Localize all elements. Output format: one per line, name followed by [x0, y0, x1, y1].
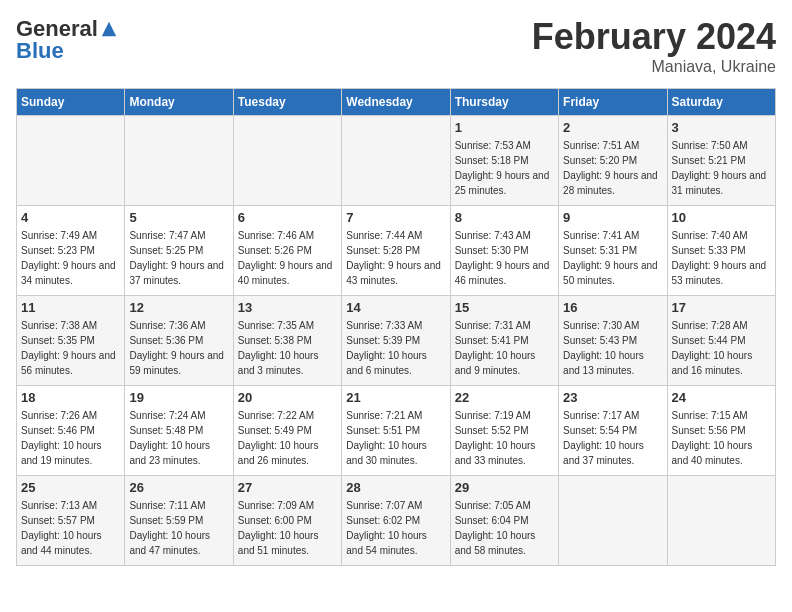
weekday-header-thursday: Thursday	[450, 89, 558, 116]
day-info: Sunrise: 7:38 AM Sunset: 5:35 PM Dayligh…	[21, 318, 120, 378]
day-number: 7	[346, 210, 445, 225]
weekday-header-sunday: Sunday	[17, 89, 125, 116]
calendar-cell: 6Sunrise: 7:46 AM Sunset: 5:26 PM Daylig…	[233, 206, 341, 296]
day-info: Sunrise: 7:09 AM Sunset: 6:00 PM Dayligh…	[238, 498, 337, 558]
calendar-week-2: 4Sunrise: 7:49 AM Sunset: 5:23 PM Daylig…	[17, 206, 776, 296]
logo: General Blue	[16, 16, 118, 64]
day-info: Sunrise: 7:05 AM Sunset: 6:04 PM Dayligh…	[455, 498, 554, 558]
calendar-week-4: 18Sunrise: 7:26 AM Sunset: 5:46 PM Dayli…	[17, 386, 776, 476]
calendar-cell	[342, 116, 450, 206]
day-info: Sunrise: 7:07 AM Sunset: 6:02 PM Dayligh…	[346, 498, 445, 558]
location-subtitle: Maniava, Ukraine	[532, 58, 776, 76]
calendar-cell: 17Sunrise: 7:28 AM Sunset: 5:44 PM Dayli…	[667, 296, 775, 386]
day-number: 20	[238, 390, 337, 405]
day-number: 24	[672, 390, 771, 405]
calendar-cell	[667, 476, 775, 566]
calendar-cell: 12Sunrise: 7:36 AM Sunset: 5:36 PM Dayli…	[125, 296, 233, 386]
calendar-cell: 1Sunrise: 7:53 AM Sunset: 5:18 PM Daylig…	[450, 116, 558, 206]
calendar-cell: 9Sunrise: 7:41 AM Sunset: 5:31 PM Daylig…	[559, 206, 667, 296]
day-number: 21	[346, 390, 445, 405]
day-number: 8	[455, 210, 554, 225]
day-number: 10	[672, 210, 771, 225]
day-info: Sunrise: 7:53 AM Sunset: 5:18 PM Dayligh…	[455, 138, 554, 198]
day-info: Sunrise: 7:33 AM Sunset: 5:39 PM Dayligh…	[346, 318, 445, 378]
header: General Blue February 2024 Maniava, Ukra…	[16, 16, 776, 76]
day-number: 11	[21, 300, 120, 315]
weekday-header-monday: Monday	[125, 89, 233, 116]
calendar-cell: 18Sunrise: 7:26 AM Sunset: 5:46 PM Dayli…	[17, 386, 125, 476]
calendar-week-5: 25Sunrise: 7:13 AM Sunset: 5:57 PM Dayli…	[17, 476, 776, 566]
calendar-cell	[17, 116, 125, 206]
calendar-cell: 7Sunrise: 7:44 AM Sunset: 5:28 PM Daylig…	[342, 206, 450, 296]
calendar-cell: 5Sunrise: 7:47 AM Sunset: 5:25 PM Daylig…	[125, 206, 233, 296]
day-info: Sunrise: 7:21 AM Sunset: 5:51 PM Dayligh…	[346, 408, 445, 468]
day-info: Sunrise: 7:13 AM Sunset: 5:57 PM Dayligh…	[21, 498, 120, 558]
calendar-cell: 29Sunrise: 7:05 AM Sunset: 6:04 PM Dayli…	[450, 476, 558, 566]
calendar-cell	[233, 116, 341, 206]
calendar-week-3: 11Sunrise: 7:38 AM Sunset: 5:35 PM Dayli…	[17, 296, 776, 386]
day-number: 5	[129, 210, 228, 225]
day-number: 15	[455, 300, 554, 315]
calendar-cell: 26Sunrise: 7:11 AM Sunset: 5:59 PM Dayli…	[125, 476, 233, 566]
calendar-cell: 25Sunrise: 7:13 AM Sunset: 5:57 PM Dayli…	[17, 476, 125, 566]
day-number: 12	[129, 300, 228, 315]
calendar-cell: 19Sunrise: 7:24 AM Sunset: 5:48 PM Dayli…	[125, 386, 233, 476]
day-info: Sunrise: 7:43 AM Sunset: 5:30 PM Dayligh…	[455, 228, 554, 288]
day-number: 17	[672, 300, 771, 315]
calendar-cell: 3Sunrise: 7:50 AM Sunset: 5:21 PM Daylig…	[667, 116, 775, 206]
calendar-cell: 11Sunrise: 7:38 AM Sunset: 5:35 PM Dayli…	[17, 296, 125, 386]
day-info: Sunrise: 7:11 AM Sunset: 5:59 PM Dayligh…	[129, 498, 228, 558]
calendar-cell: 21Sunrise: 7:21 AM Sunset: 5:51 PM Dayli…	[342, 386, 450, 476]
day-info: Sunrise: 7:40 AM Sunset: 5:33 PM Dayligh…	[672, 228, 771, 288]
day-number: 13	[238, 300, 337, 315]
calendar-cell	[559, 476, 667, 566]
day-info: Sunrise: 7:47 AM Sunset: 5:25 PM Dayligh…	[129, 228, 228, 288]
day-number: 6	[238, 210, 337, 225]
day-info: Sunrise: 7:46 AM Sunset: 5:26 PM Dayligh…	[238, 228, 337, 288]
day-number: 2	[563, 120, 662, 135]
weekday-header-wednesday: Wednesday	[342, 89, 450, 116]
day-number: 27	[238, 480, 337, 495]
day-info: Sunrise: 7:51 AM Sunset: 5:20 PM Dayligh…	[563, 138, 662, 198]
day-number: 18	[21, 390, 120, 405]
logo-blue: Blue	[16, 38, 64, 64]
calendar-cell: 10Sunrise: 7:40 AM Sunset: 5:33 PM Dayli…	[667, 206, 775, 296]
calendar-cell: 4Sunrise: 7:49 AM Sunset: 5:23 PM Daylig…	[17, 206, 125, 296]
day-info: Sunrise: 7:49 AM Sunset: 5:23 PM Dayligh…	[21, 228, 120, 288]
calendar-table: SundayMondayTuesdayWednesdayThursdayFrid…	[16, 88, 776, 566]
day-info: Sunrise: 7:35 AM Sunset: 5:38 PM Dayligh…	[238, 318, 337, 378]
svg-marker-0	[102, 22, 116, 36]
day-number: 25	[21, 480, 120, 495]
day-number: 22	[455, 390, 554, 405]
day-number: 23	[563, 390, 662, 405]
title-area: February 2024 Maniava, Ukraine	[532, 16, 776, 76]
day-info: Sunrise: 7:24 AM Sunset: 5:48 PM Dayligh…	[129, 408, 228, 468]
day-info: Sunrise: 7:50 AM Sunset: 5:21 PM Dayligh…	[672, 138, 771, 198]
weekday-header-tuesday: Tuesday	[233, 89, 341, 116]
day-info: Sunrise: 7:17 AM Sunset: 5:54 PM Dayligh…	[563, 408, 662, 468]
day-number: 29	[455, 480, 554, 495]
calendar-cell: 24Sunrise: 7:15 AM Sunset: 5:56 PM Dayli…	[667, 386, 775, 476]
calendar-cell: 14Sunrise: 7:33 AM Sunset: 5:39 PM Dayli…	[342, 296, 450, 386]
day-number: 9	[563, 210, 662, 225]
calendar-cell: 2Sunrise: 7:51 AM Sunset: 5:20 PM Daylig…	[559, 116, 667, 206]
calendar-cell: 16Sunrise: 7:30 AM Sunset: 5:43 PM Dayli…	[559, 296, 667, 386]
day-number: 28	[346, 480, 445, 495]
weekday-header-row: SundayMondayTuesdayWednesdayThursdayFrid…	[17, 89, 776, 116]
weekday-header-friday: Friday	[559, 89, 667, 116]
calendar-cell: 28Sunrise: 7:07 AM Sunset: 6:02 PM Dayli…	[342, 476, 450, 566]
day-number: 3	[672, 120, 771, 135]
calendar-cell: 23Sunrise: 7:17 AM Sunset: 5:54 PM Dayli…	[559, 386, 667, 476]
day-number: 4	[21, 210, 120, 225]
calendar-cell: 22Sunrise: 7:19 AM Sunset: 5:52 PM Dayli…	[450, 386, 558, 476]
day-number: 19	[129, 390, 228, 405]
day-info: Sunrise: 7:41 AM Sunset: 5:31 PM Dayligh…	[563, 228, 662, 288]
day-info: Sunrise: 7:31 AM Sunset: 5:41 PM Dayligh…	[455, 318, 554, 378]
month-title: February 2024	[532, 16, 776, 58]
weekday-header-saturday: Saturday	[667, 89, 775, 116]
day-info: Sunrise: 7:26 AM Sunset: 5:46 PM Dayligh…	[21, 408, 120, 468]
day-info: Sunrise: 7:22 AM Sunset: 5:49 PM Dayligh…	[238, 408, 337, 468]
calendar-cell: 20Sunrise: 7:22 AM Sunset: 5:49 PM Dayli…	[233, 386, 341, 476]
calendar-body: 1Sunrise: 7:53 AM Sunset: 5:18 PM Daylig…	[17, 116, 776, 566]
day-number: 14	[346, 300, 445, 315]
